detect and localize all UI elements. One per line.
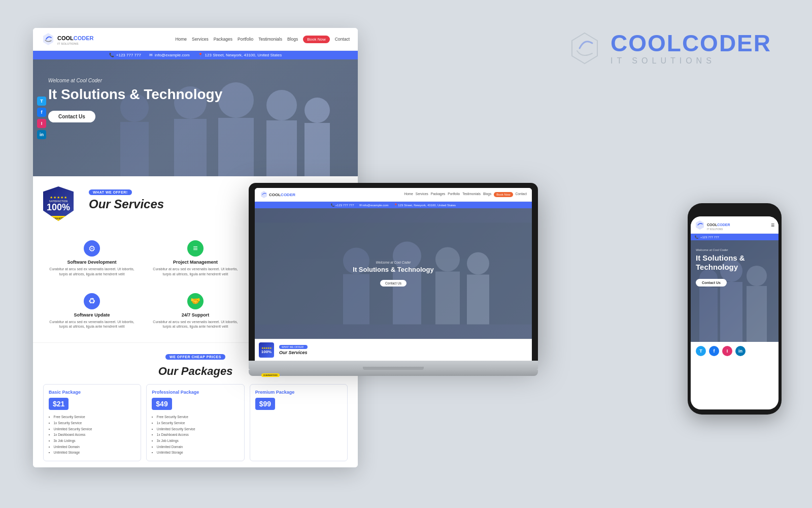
nav-services[interactable]: Services	[192, 37, 209, 42]
mini-info-bar: 📞 +123 777 777 ✉ info@example.com 📍 123 …	[255, 202, 532, 208]
dm-services-title-wrap: WHAT WE OFFER! Our Services	[89, 186, 164, 211]
mini-site: COOLCODER Home Services Packages Portfol…	[255, 188, 532, 361]
package-professional-price: $49	[152, 398, 172, 410]
service-title-1: Project Management	[151, 260, 240, 265]
nav-packages[interactable]: Packages	[214, 37, 232, 42]
mini-hero-sub: Welcome at Cool Coder	[353, 261, 433, 264]
laptop-mockup: COOLCODER Home Services Packages Portfol…	[249, 183, 538, 376]
phone-hero-content: Welcome at Cool Coder It Solutions & Tec…	[691, 240, 779, 295]
mini-services-title: Our Services	[279, 350, 308, 355]
laptop-screen-outer: COOLCODER Home Services Packages Portfol…	[249, 183, 538, 361]
phone-social-instagram[interactable]: I	[722, 346, 732, 356]
info-email: ✉ info@example.com	[149, 53, 190, 57]
dm-services-section-title: Our Services	[89, 197, 164, 211]
mini-logo-icon	[260, 190, 268, 199]
mini-services-title-wrap: WHAT WE OFFER! Our Services	[279, 345, 308, 355]
nav-blogs[interactable]: Blogs	[287, 37, 298, 42]
nav-testimonials[interactable]: Testimonials	[258, 37, 282, 42]
dm-packages-grid: Basic Package $21 Free Security Service …	[43, 384, 348, 461]
service-icon-1: ≡	[187, 240, 204, 257]
dm-hero-subtitle: Welcome at Cool Coder	[48, 78, 343, 83]
badge-stars: ★★★★★	[50, 196, 67, 200]
phone-social-linkedin[interactable]: in	[735, 346, 746, 356]
badge-guaranteed: GUARANTEED	[46, 216, 70, 221]
dm-hero-title: It Solutions & Technology	[48, 86, 343, 103]
phone-hero-sub: Welcome at Cool Coder	[696, 248, 773, 251]
mini-hero-cta[interactable]: Contact Us	[380, 280, 407, 287]
mini-nav-logo: COOLCODER	[260, 190, 295, 199]
dm-info-bar: 📞 +123 777 777 ✉ info@example.com 📍 123 …	[33, 51, 358, 59]
nav-book-now[interactable]: Book Now	[303, 36, 329, 43]
info-phone: 📞 +123 777 777	[109, 53, 141, 57]
dm-nav-links: Home Services Packages Portfolio Testimo…	[175, 36, 350, 43]
badge-percent-value: 100%	[47, 203, 70, 212]
brand-tagline: IT SOLUTIONS	[611, 57, 771, 65]
badge-shield: ★★★★★ SATISFACTION 100% GUARANTEED	[43, 186, 74, 221]
service-title-3: Software Update	[47, 312, 137, 318]
package-card-premium: Premium Package $99	[250, 384, 348, 461]
nav-portfolio[interactable]: Portfolio	[238, 37, 253, 42]
svg-point-14	[435, 247, 460, 272]
mini-services-bar: ★★★★★ 100% GUARANTEED WHAT WE OFFER! Our…	[255, 339, 532, 361]
service-icon-3: ♻	[84, 293, 100, 309]
package-basic-list: Free Security Service 1x Security Servic…	[49, 414, 136, 456]
social-linkedin-icon[interactable]: in	[37, 130, 46, 139]
package-premium-price: $99	[255, 398, 275, 410]
service-card-0: ⚙ Software Development Curabitur at arcu…	[43, 235, 141, 282]
dm-hero-cta-button[interactable]: Contact Us	[48, 111, 95, 122]
mini-services-badge: WHAT WE OFFER!	[279, 345, 308, 349]
service-desc-4: Curabitur at arcu sed ex venenatis laore…	[151, 320, 240, 330]
mini-hero-content: Welcome at Cool Coder It Solutions & Tec…	[353, 261, 433, 287]
phone-call-bar: 📞 +123 777 777	[691, 234, 779, 240]
service-desc-0: Curabitur at arcu sed ex venenatis laore…	[47, 267, 137, 277]
package-card-basic: Basic Package $21 Free Security Service …	[43, 384, 141, 461]
email-icon: ✉	[149, 53, 153, 57]
phone-social-facebook[interactable]: f	[709, 346, 719, 356]
dm-social-sidebar: T f I in	[37, 97, 46, 139]
phone-icon: 📞	[109, 53, 114, 57]
social-facebook-icon[interactable]: f	[37, 108, 46, 117]
dm-hero-content: Welcome at Cool Coder It Solutions & Tec…	[33, 59, 358, 141]
dm-guarantee-badge: ★★★★★ SATISFACTION 100% GUARANTEED	[43, 186, 79, 227]
package-basic-title: Basic Package	[49, 390, 136, 395]
svg-rect-15	[435, 272, 460, 325]
service-desc-1: Curabitur at arcu sed ex venenatis laore…	[151, 267, 240, 277]
laptop-stand	[249, 370, 538, 376]
svg-point-16	[467, 252, 489, 275]
package-basic-price: $21	[49, 398, 69, 410]
phone-social-twitter[interactable]: T	[696, 346, 706, 356]
phone-hero-title: It Solutions & Technology	[696, 253, 773, 272]
phone-social-row: T f I in	[691, 342, 779, 360]
phone-hero: Welcome at Cool Coder It Solutions & Tec…	[691, 240, 779, 342]
phone-logo-icon	[695, 220, 705, 230]
package-premium-title: Premium Package	[255, 390, 342, 395]
svg-rect-26	[699, 288, 718, 342]
social-instagram-icon[interactable]: I	[37, 119, 46, 128]
phone-logo-text: COOLCODER IT SOLUTIONS	[707, 219, 730, 231]
mini-nav-links: Home Services Packages Portfolio Testimo…	[404, 192, 527, 197]
phone-hamburger-menu[interactable]: ≡	[771, 221, 774, 229]
mini-nav: COOLCODER Home Services Packages Portfol…	[255, 188, 532, 202]
mini-guarantee-badge: ★★★★★ 100% GUARANTEED	[259, 342, 274, 358]
social-twitter-icon[interactable]: T	[37, 97, 46, 106]
service-title-4: 24/7 Support	[151, 312, 240, 318]
dm-hero: T f I in Welcome at Cool Coder It Soluti…	[33, 59, 358, 176]
brand-name: COOLCODER	[611, 31, 771, 55]
phone-hero-cta[interactable]: Contact Us	[696, 279, 727, 287]
service-desc-3: Curabitur at arcu sed ex venenatis laore…	[47, 320, 137, 330]
package-professional-list: Free Security Service 1x Security Servic…	[152, 414, 239, 456]
nav-home[interactable]: Home	[175, 37, 187, 42]
phone-nav: COOLCODER IT SOLUTIONS ≡	[691, 216, 779, 234]
service-icon-4: 🤝	[187, 293, 204, 309]
service-title-0: Software Development	[47, 260, 137, 265]
dm-nav-logo-small-icon	[41, 32, 55, 46]
nav-contact[interactable]: Contact	[335, 37, 350, 42]
dm-nav-logo-text: COOLCODER	[57, 35, 94, 41]
brand-logo-icon	[567, 30, 602, 66]
svg-rect-17	[467, 275, 489, 325]
package-card-professional: Professional Package $49 Free Security S…	[146, 384, 244, 461]
phone-notch	[720, 208, 750, 214]
laptop-screen-inner: COOLCODER Home Services Packages Portfol…	[255, 188, 532, 361]
mini-book-now[interactable]: Book Now	[494, 192, 513, 197]
package-professional-title: Professional Package	[152, 390, 239, 395]
